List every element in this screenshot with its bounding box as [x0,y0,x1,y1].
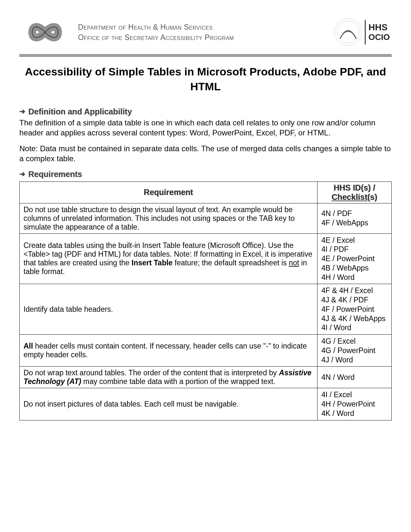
table-row: All header cells must contain content. I… [20,335,392,367]
section-definition-title: Definition and Applicability [28,107,132,116]
page-header: Department of Health & Human Services Of… [19,16,392,54]
dept-line2: Office of the Secretary Accessibility Pr… [78,32,234,43]
id-cell: 4N / Word [318,367,392,388]
header-divider [19,54,392,57]
id-cell: 4F & 4H / Excel4J & 4K / PDF4F / PowerPo… [318,284,392,335]
table-row: Do not use table structure to design the… [20,203,392,233]
section-requirements-head: ➔ Requirements [19,170,392,179]
definition-p1: The definition of a simple data table is… [19,118,392,138]
hhs-ocio-logo: HHS OCIO [330,16,392,48]
req-cell: Identify data table headers. [20,284,318,335]
col-requirement: Requirement [20,182,318,203]
req-cell: Do not use table structure to design the… [20,203,318,233]
req-cell: Do not wrap text around tables. The orde… [20,367,318,388]
accessibility-infinity-logo [19,19,71,45]
department-text: Department of Health & Human Services Of… [78,22,234,43]
section-requirements-title: Requirements [28,170,82,179]
table-row: Do not insert pictures of data tables. E… [20,388,392,420]
page-title: Accessibility of Simple Tables in Micros… [19,64,392,94]
logo-ocio-text: OCIO [368,32,390,42]
header-left: Department of Health & Human Services Of… [19,19,234,45]
table-row: Do not wrap text around tables. The orde… [20,367,392,388]
col-ids: HHS ID(s) / Checklist(s) [318,182,392,203]
arrow-icon: ➔ [19,107,25,116]
req-cell: Do not insert pictures of data tables. E… [20,388,318,420]
dept-line1: Department of Health & Human Services [78,22,234,32]
req-cell: Create data tables using the built-in In… [20,233,318,284]
definition-p2: Note: Data must be contained in separate… [19,143,392,163]
table-row: Identify data table headers. 4F & 4H / E… [20,284,392,335]
arrow-icon: ➔ [19,170,25,178]
logo-hhs-text: HHS [368,22,387,32]
table-row: Create data tables using the built-in In… [20,233,392,284]
req-cell: All header cells must contain content. I… [20,335,318,367]
id-cell: 4G / Excel4G / PowerPoint4J / Word [318,335,392,367]
id-cell: 4N / PDF4F / WebApps [318,203,392,233]
id-cell: 4I / Excel4H / PowerPoint4K / Word [318,388,392,420]
requirements-table: Requirement HHS ID(s) / Checklist(s) Do … [19,182,392,420]
id-cell: 4E / Excel4I / PDF4E / PowerPoint4B / We… [318,233,392,284]
svg-point-3 [337,21,359,43]
table-header-row: Requirement HHS ID(s) / Checklist(s) [20,182,392,203]
svg-point-2 [335,19,362,46]
section-definition-head: ➔ Definition and Applicability [19,107,392,116]
